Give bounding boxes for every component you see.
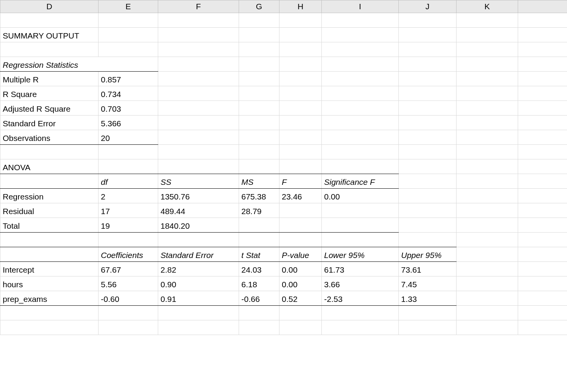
table-row[interactable]: SUMMARY OUTPUT	[0, 28, 567, 42]
coef-p: 0.52	[279, 291, 322, 306]
table-row[interactable]: ANOVA	[0, 159, 567, 174]
summary-output-title: SUMMARY OUTPUT	[0, 28, 99, 42]
table-row[interactable]: Total 19 1840.20	[0, 218, 567, 233]
coef-row-label: Intercept	[0, 262, 99, 276]
coef-coef: 5.56	[99, 276, 158, 291]
anova-df: 19	[99, 218, 158, 233]
anova-sigf: 0.00	[322, 189, 399, 203]
coef-t: 24.03	[239, 262, 279, 276]
anova-ms: 675.38	[239, 189, 279, 203]
coef-p: 0.00	[279, 262, 322, 276]
anova-ss: 1840.20	[158, 218, 239, 233]
table-row[interactable]: Adjusted R Square 0.703	[0, 101, 567, 116]
table-row[interactable]: Multiple R 0.857	[0, 72, 567, 86]
coef-header-t: t Stat	[239, 247, 279, 262]
regstat-value: 0.734	[99, 86, 158, 101]
table-row[interactable]: df SS MS F Significance F	[0, 174, 567, 189]
table-row[interactable]	[0, 13, 567, 28]
regstat-label: Multiple R	[0, 72, 99, 86]
coef-header-p: P-value	[279, 247, 322, 262]
regstat-value: 5.366	[99, 116, 158, 130]
regstat-value: 20	[99, 130, 158, 145]
coef-hi: 1.33	[399, 291, 457, 306]
anova-ms	[239, 218, 279, 233]
coef-se: 2.82	[158, 262, 239, 276]
anova-sigf	[322, 203, 399, 218]
anova-header-sigf: Significance F	[322, 174, 399, 189]
anova-header-df: df	[99, 174, 158, 189]
anova-sigf	[322, 218, 399, 233]
table-row[interactable]: Regression 2 1350.76 675.38 23.46 0.00	[0, 189, 567, 203]
table-row[interactable]	[0, 145, 567, 159]
regstat-label: Observations	[0, 130, 99, 145]
col-header-end[interactable]	[518, 0, 567, 13]
coef-coef: -0.60	[99, 291, 158, 306]
coef-coef: 67.67	[99, 262, 158, 276]
col-header-d[interactable]: D	[0, 0, 99, 13]
spreadsheet-grid[interactable]: D E F G H I J K SUMMARY OUTPUT Regressio…	[0, 0, 567, 335]
col-header-i[interactable]: I	[322, 0, 399, 13]
coef-t: -0.66	[239, 291, 279, 306]
regstat-value: 0.703	[99, 101, 158, 116]
regstat-label: Adjusted R Square	[0, 101, 99, 116]
table-row[interactable]: Residual 17 489.44 28.79	[0, 203, 567, 218]
regstat-label: R Square	[0, 86, 99, 101]
anova-ss: 489.44	[158, 203, 239, 218]
coef-hi: 7.45	[399, 276, 457, 291]
table-row[interactable]: Observations 20	[0, 130, 567, 145]
col-header-h[interactable]: H	[279, 0, 322, 13]
coef-header-coef: Coefficients	[99, 247, 158, 262]
anova-header-f: F	[279, 174, 322, 189]
table-row[interactable]	[0, 42, 567, 57]
coef-header-se: Standard Error	[158, 247, 239, 262]
table-row[interactable]: Intercept 67.67 2.82 24.03 0.00 61.73 73…	[0, 262, 567, 276]
table-row[interactable]	[0, 233, 567, 247]
anova-row-label: Total	[0, 218, 99, 233]
table-row[interactable]: hours 5.56 0.90 6.18 0.00 3.66 7.45	[0, 276, 567, 291]
col-header-g[interactable]: G	[239, 0, 279, 13]
coef-lo: 61.73	[322, 262, 399, 276]
anova-f	[279, 218, 322, 233]
coef-hi: 73.61	[399, 262, 457, 276]
col-header-k[interactable]: K	[457, 0, 518, 13]
coef-p: 0.00	[279, 276, 322, 291]
table-row[interactable]: prep_exams -0.60 0.91 -0.66 0.52 -2.53 1…	[0, 291, 567, 306]
anova-row-label: Residual	[0, 203, 99, 218]
anova-f	[279, 203, 322, 218]
table-row[interactable]: Standard Error 5.366	[0, 116, 567, 130]
anova-df: 2	[99, 189, 158, 203]
table-row[interactable]: Regression Statistics	[0, 57, 567, 72]
coef-se: 0.90	[158, 276, 239, 291]
col-header-j[interactable]: J	[399, 0, 457, 13]
column-header-row[interactable]: D E F G H I J K	[0, 0, 567, 13]
anova-row-label: Regression	[0, 189, 99, 203]
coef-row-label: hours	[0, 276, 99, 291]
coef-row-label: prep_exams	[0, 291, 99, 306]
regression-statistics-header: Regression Statistics	[0, 57, 158, 72]
anova-df: 17	[99, 203, 158, 218]
anova-header-ms: MS	[239, 174, 279, 189]
regstat-label: Standard Error	[0, 116, 99, 130]
coef-header-lo: Lower 95%	[322, 247, 399, 262]
anova-ss: 1350.76	[158, 189, 239, 203]
coef-lo: 3.66	[322, 276, 399, 291]
anova-ms: 28.79	[239, 203, 279, 218]
col-header-f[interactable]: F	[158, 0, 239, 13]
table-row[interactable]	[0, 320, 567, 335]
anova-title: ANOVA	[0, 159, 99, 174]
table-row[interactable]	[0, 306, 567, 320]
coef-header-hi: Upper 95%	[399, 247, 457, 262]
coef-t: 6.18	[239, 276, 279, 291]
coef-lo: -2.53	[322, 291, 399, 306]
anova-header-ss: SS	[158, 174, 239, 189]
anova-f: 23.46	[279, 189, 322, 203]
col-header-e[interactable]: E	[99, 0, 158, 13]
table-row[interactable]: R Square 0.734	[0, 86, 567, 101]
table-row[interactable]: Coefficients Standard Error t Stat P-val…	[0, 247, 567, 262]
regstat-value: 0.857	[99, 72, 158, 86]
coef-se: 0.91	[158, 291, 239, 306]
